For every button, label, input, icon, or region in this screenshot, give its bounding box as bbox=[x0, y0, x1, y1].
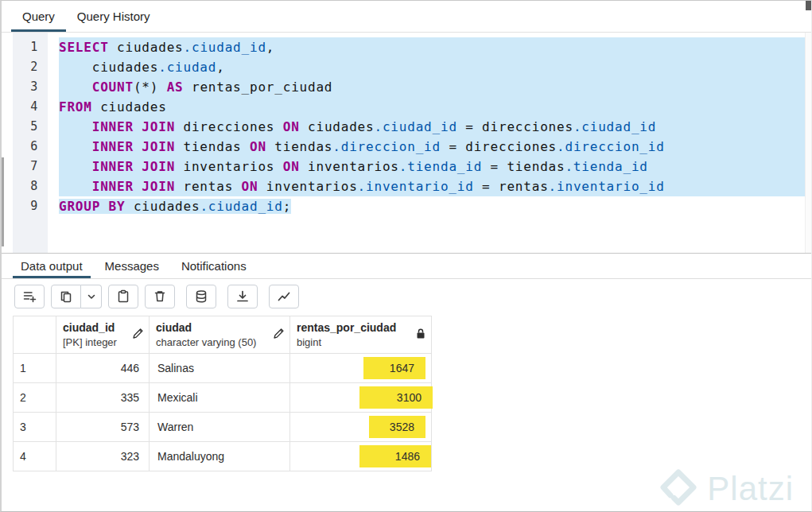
graph-visualiser-button[interactable] bbox=[269, 285, 299, 308]
sql-token: ON bbox=[242, 179, 258, 194]
line-number: 2 bbox=[13, 57, 38, 77]
sql-token: ciudades bbox=[92, 99, 167, 114]
sql-token: direcciones bbox=[175, 119, 283, 134]
line-number: 9 bbox=[13, 196, 38, 216]
code-line[interactable]: GROUP BY ciudades.ciudad_id; bbox=[59, 196, 805, 216]
sql-token: , bbox=[216, 60, 224, 75]
line-number: 5 bbox=[13, 117, 38, 137]
line-number: 6 bbox=[13, 137, 38, 157]
query-tool-tabbar: Query Query History bbox=[2, 1, 811, 33]
column-header-rentas-por-ciudad[interactable]: rentas_por_ciudad bigint bbox=[290, 316, 432, 354]
sql-token: INNER JOIN bbox=[92, 179, 175, 194]
code-line[interactable]: FROM ciudades bbox=[59, 97, 805, 117]
sql-token: = direcciones bbox=[441, 139, 557, 154]
platzi-watermark-text: Platzi bbox=[707, 470, 794, 508]
code-line[interactable]: INNER JOIN direcciones ON ciudades.ciuda… bbox=[59, 117, 805, 137]
cell-ciudad[interactable]: Salinas bbox=[150, 354, 290, 383]
editor-scrollbar-track[interactable] bbox=[805, 33, 811, 253]
sql-token: , bbox=[266, 40, 274, 55]
row-number-header[interactable] bbox=[14, 316, 56, 354]
cell-ciudad-id[interactable]: 323 bbox=[56, 442, 150, 471]
lock-icon bbox=[415, 328, 426, 342]
cell-ciudad-id[interactable]: 446 bbox=[56, 354, 150, 383]
code-line[interactable]: SELECT ciudades.ciudad_id, bbox=[59, 37, 805, 57]
tab-notifications[interactable]: Notifications bbox=[173, 254, 254, 278]
save-results-to-file-button[interactable] bbox=[227, 285, 258, 308]
sql-token: inventarios bbox=[300, 159, 399, 174]
sql-token bbox=[59, 119, 92, 134]
code-line[interactable]: COUNT(*) AS rentas_por_ciudad bbox=[59, 77, 805, 97]
sql-token: INNER JOIN bbox=[92, 139, 175, 154]
copy-options-button[interactable] bbox=[81, 285, 102, 308]
code-line[interactable]: INNER JOIN rentas ON inventarios.inventa… bbox=[59, 176, 805, 196]
tab-query-history[interactable]: Query History bbox=[66, 1, 161, 32]
tab-query[interactable]: Query bbox=[11, 1, 66, 32]
column-header-ciudad[interactable]: ciudad character varying (50) bbox=[150, 316, 290, 354]
row-number[interactable]: 1 bbox=[14, 354, 56, 383]
save-data-changes-button[interactable] bbox=[186, 285, 216, 308]
left-scrollbar-thumb[interactable] bbox=[2, 157, 4, 246]
table-row: 1446Salinas1647 bbox=[14, 354, 432, 383]
cell-rentas-por-ciudad[interactable]: 1486 bbox=[290, 442, 432, 471]
tab-data-output[interactable]: Data output bbox=[13, 254, 91, 278]
tab-notifications-label: Notifications bbox=[181, 259, 247, 273]
row-number[interactable]: 4 bbox=[14, 442, 56, 471]
sql-token: GROUP BY bbox=[59, 199, 125, 214]
download-icon bbox=[235, 289, 250, 304]
trash-icon bbox=[153, 289, 167, 304]
delete-rows-button[interactable] bbox=[145, 285, 175, 308]
row-number[interactable]: 3 bbox=[14, 413, 56, 442]
line-chart-icon bbox=[277, 289, 291, 304]
sql-token: ON bbox=[283, 159, 300, 174]
chevron-down-icon bbox=[87, 292, 96, 301]
copy-rows-button[interactable] bbox=[51, 285, 81, 308]
column-type: character varying (50) bbox=[156, 336, 283, 348]
edit-pencil-icon bbox=[132, 328, 144, 342]
code-line[interactable]: INNER JOIN inventarios ON inventarios.ti… bbox=[59, 157, 805, 176]
sql-token: .direccion_id bbox=[557, 139, 665, 154]
sql-token: .ciudad_id bbox=[374, 119, 457, 134]
cell-ciudad-id[interactable]: 573 bbox=[56, 413, 150, 442]
code-line[interactable]: ciudades.ciudad, bbox=[59, 57, 805, 77]
sql-editor[interactable]: 123456789 SELECT ciudades.ciudad_id, ciu… bbox=[2, 33, 811, 254]
scrollbar-corner bbox=[806, 1, 811, 10]
cell-rentas-por-ciudad[interactable]: 1647 bbox=[290, 354, 432, 383]
sql-token: INNER JOIN bbox=[92, 159, 175, 174]
sql-token: = tiendas bbox=[482, 159, 565, 174]
cell-ciudad[interactable]: Warren bbox=[150, 413, 290, 442]
row-number[interactable]: 2 bbox=[14, 383, 56, 413]
platzi-logo-icon bbox=[659, 468, 697, 510]
column-name: ciudad bbox=[156, 321, 283, 334]
tab-data-output-label: Data output bbox=[21, 259, 83, 273]
sql-token: = direcciones bbox=[457, 119, 573, 134]
cell-ciudad-id[interactable]: 335 bbox=[56, 383, 150, 413]
column-type: [PK] integer bbox=[63, 336, 142, 348]
highlighted-value: 3528 bbox=[369, 416, 425, 438]
sql-token: SELECT bbox=[59, 40, 109, 55]
add-row-button[interactable] bbox=[14, 285, 45, 308]
sql-token: .ciudad bbox=[158, 60, 216, 75]
cell-ciudad[interactable]: Mexicali bbox=[150, 383, 290, 413]
editor-code[interactable]: SELECT ciudades.ciudad_id, ciudades.ciud… bbox=[48, 33, 811, 253]
sql-token: INNER JOIN bbox=[92, 119, 175, 134]
sql-token: tiendas bbox=[266, 139, 332, 154]
sql-token: rentas bbox=[175, 179, 241, 194]
sql-token bbox=[59, 80, 92, 95]
sql-token: = rentas bbox=[474, 179, 549, 194]
cell-ciudad[interactable]: Mandaluyong bbox=[150, 442, 290, 471]
column-type: bigint bbox=[297, 336, 425, 348]
code-line[interactable]: INNER JOIN tiendas ON tiendas.direccion_… bbox=[59, 137, 805, 157]
sql-token: ciudades bbox=[300, 119, 375, 134]
paste-rows-button[interactable] bbox=[108, 285, 138, 308]
column-header-ciudad-id[interactable]: ciudad_id [PK] integer bbox=[56, 316, 150, 354]
cell-rentas-por-ciudad[interactable]: 3528 bbox=[290, 413, 432, 442]
table-row: 2335Mexicali3100 bbox=[14, 383, 432, 413]
sql-token: .direccion_id bbox=[332, 139, 441, 154]
cell-rentas-por-ciudad[interactable]: 3100 bbox=[290, 383, 432, 413]
tab-messages[interactable]: Messages bbox=[97, 254, 167, 278]
sql-token bbox=[59, 139, 92, 154]
sql-token: ON bbox=[250, 139, 266, 154]
sql-token: ON bbox=[283, 119, 300, 134]
highlighted-value: 3100 bbox=[359, 386, 433, 409]
sql-token bbox=[59, 159, 92, 174]
